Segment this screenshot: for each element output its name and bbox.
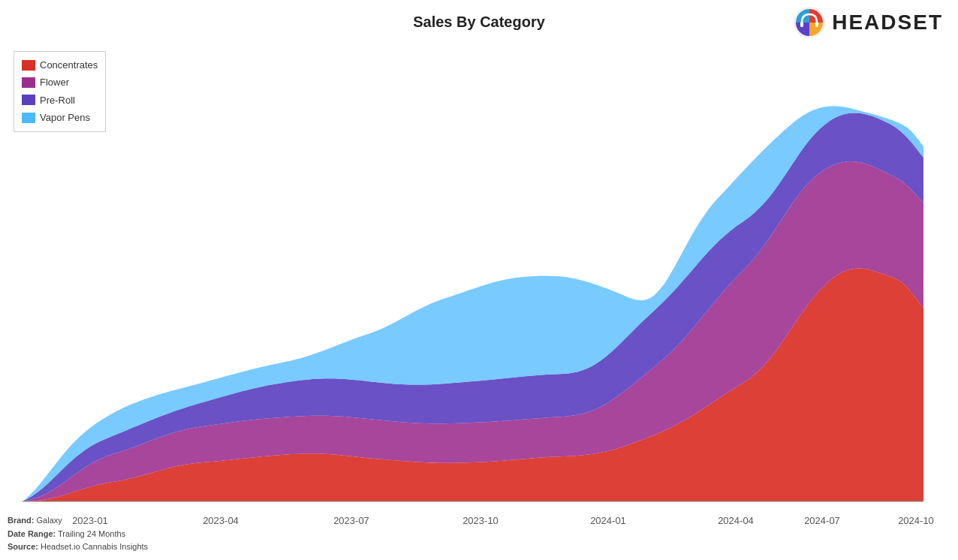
x-label-1: 2023-04 [203,515,239,526]
brand-label: Brand: [8,516,34,525]
footer-source: Source: Headset.io Cannabis Insights [8,540,148,554]
page-container: HEADSET Sales By Category Concentrates F… [0,0,958,560]
x-label-2: 2023-07 [333,515,369,526]
date-range-value: Trailing 24 Months [58,529,125,538]
source-value: Headset.io Cannabis Insights [41,542,148,551]
footer-brand: Brand: Galaxy [8,514,148,528]
x-label-6: 2024-07 [804,515,840,526]
header: HEADSET [763,0,958,45]
svg-rect-2 [815,22,818,27]
x-label-5: 2024-04 [718,515,754,526]
x-label-3: 2023-10 [462,515,499,526]
headset-logo-icon [793,6,826,39]
logo-text: HEADSET [832,11,943,35]
logo-container: HEADSET [793,6,943,39]
footer-info: Brand: Galaxy Date Range: Trailing 24 Mo… [8,514,148,554]
chart-area: 2023-01 2023-04 2023-07 2023-10 2024-01 … [0,45,958,560]
brand-value: Galaxy [37,516,62,525]
date-range-label: Date Range: [8,529,56,538]
x-label-7: 2024-10 [898,515,934,526]
footer-date-range: Date Range: Trailing 24 Months [8,528,148,541]
chart-title: Sales By Category [413,14,545,31]
svg-rect-1 [800,22,803,27]
x-label-4: 2024-01 [590,515,626,526]
chart-svg: 2023-01 2023-04 2023-07 2023-10 2024-01 … [0,45,958,560]
source-label: Source: [8,542,38,551]
